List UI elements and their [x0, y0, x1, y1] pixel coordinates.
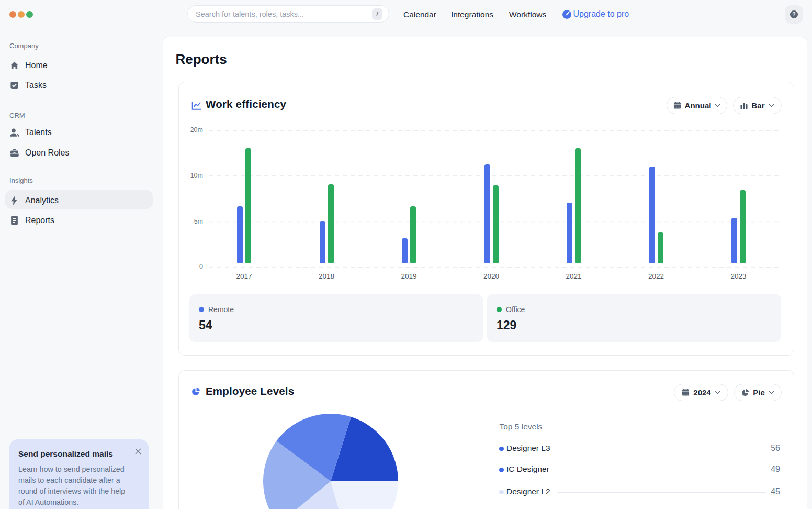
svg-text:?: ?: [792, 11, 795, 17]
